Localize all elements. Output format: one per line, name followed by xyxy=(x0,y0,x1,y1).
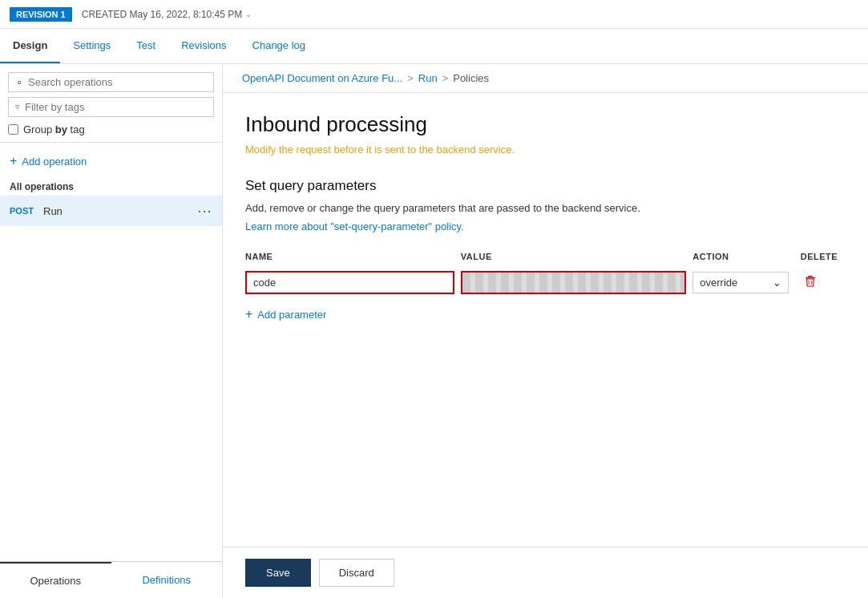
policy-title: Inbound processing xyxy=(245,112,846,137)
filter-input[interactable] xyxy=(25,101,207,113)
action-select-wrapper[interactable]: override ⌄ xyxy=(692,272,789,293)
chevron-down-icon[interactable]: ⌄ xyxy=(245,10,252,18)
revision-created: CREATED May 16, 2022, 8:10:45 PM ⌄ xyxy=(82,9,252,20)
all-operations-label: All operations xyxy=(0,175,222,196)
param-name-cell xyxy=(245,268,461,297)
tab-test[interactable]: Test xyxy=(123,29,168,63)
svg-rect-1 xyxy=(805,277,815,278)
col-header-value: VALUE xyxy=(461,248,693,268)
add-param-plus-icon: + xyxy=(245,307,252,321)
col-header-delete: DELETE xyxy=(801,248,846,268)
breadcrumb-sep-2: > xyxy=(442,72,449,84)
plus-icon: + xyxy=(10,154,17,168)
op-name-run: Run xyxy=(43,205,197,217)
group-by-tag[interactable]: Group by tag xyxy=(8,122,214,137)
section-desc: Add, remove or change the query paramete… xyxy=(245,202,846,214)
breadcrumb-link-run[interactable]: Run xyxy=(418,72,438,84)
param-action-cell: override ⌄ xyxy=(692,268,800,297)
policy-content: Inbound processing Modify the request be… xyxy=(223,93,868,547)
params-table: NAME VALUE ACTION DELETE xyxy=(245,248,846,297)
sidebar: ⚬ ▿ Group by tag + Add operation All ope… xyxy=(0,64,223,598)
param-name-input[interactable] xyxy=(245,271,454,294)
group-by-tag-checkbox[interactable] xyxy=(8,124,18,135)
discard-button[interactable]: Discard xyxy=(319,559,394,587)
search-box[interactable]: ⚬ xyxy=(8,72,214,92)
tab-revisions[interactable]: Revisions xyxy=(168,29,239,63)
sidebar-add: + Add operation xyxy=(0,143,222,175)
param-value-cell xyxy=(461,268,693,297)
nav-tabs: Design Settings Test Revisions Change lo… xyxy=(0,29,868,64)
col-header-name: NAME xyxy=(245,248,461,268)
policy-subtitle: Modify the request before it is sent to … xyxy=(245,143,846,156)
bottom-bar: Save Discard xyxy=(223,547,868,598)
revision-bar: REVISION 1 CREATED May 16, 2022, 8:10:45… xyxy=(0,0,868,29)
breadcrumb: OpenAPI Document on Azure Fu... > Run > … xyxy=(223,64,868,93)
operation-more-icon[interactable]: ⋯ xyxy=(197,202,212,220)
add-operation-button[interactable]: + Add operation xyxy=(10,154,87,168)
footer-tab-operations[interactable]: Operations xyxy=(0,562,111,598)
tab-design[interactable]: Design xyxy=(0,29,60,63)
main-area: ⚬ ▿ Group by tag + Add operation All ope… xyxy=(0,64,868,598)
tab-changelog[interactable]: Change log xyxy=(240,29,319,63)
learn-more-link[interactable]: Learn more about "set-query-parameter" p… xyxy=(245,220,846,232)
col-header-action: ACTION xyxy=(692,248,800,268)
revision-badge: REVISION 1 xyxy=(10,7,72,22)
op-method-post: POST xyxy=(10,206,37,216)
param-delete-cell xyxy=(801,268,846,297)
content-panel: OpenAPI Document on Azure Fu... > Run > … xyxy=(223,64,868,598)
search-icon: ⚬ xyxy=(15,77,23,88)
save-button[interactable]: Save xyxy=(245,559,311,587)
search-input[interactable] xyxy=(28,76,207,88)
filter-box[interactable]: ▿ xyxy=(8,97,214,117)
footer-tab-definitions[interactable]: Definitions xyxy=(111,562,223,598)
filter-icon: ▿ xyxy=(15,102,20,112)
trash-icon xyxy=(804,275,817,288)
breadcrumb-sep-1: > xyxy=(407,72,414,84)
add-parameter-button[interactable]: + Add parameter xyxy=(245,301,326,328)
sidebar-top: ⚬ ▿ Group by tag xyxy=(0,64,222,143)
action-select-chevron: ⌄ xyxy=(773,277,781,289)
delete-param-button[interactable] xyxy=(801,275,820,291)
section-title: Set query parameters xyxy=(245,178,846,194)
group-by-tag-label: Group by tag xyxy=(23,123,85,135)
breadcrumb-link-api[interactable]: OpenAPI Document on Azure Fu... xyxy=(242,72,402,84)
operation-item-run[interactable]: POST Run ⋯ xyxy=(0,196,222,226)
action-select-label: override xyxy=(700,277,737,289)
sidebar-footer: Operations Definitions xyxy=(0,561,222,598)
svg-rect-0 xyxy=(808,276,813,277)
breadcrumb-current: Policies xyxy=(453,72,489,84)
param-value-input[interactable] xyxy=(461,271,687,294)
tab-settings[interactable]: Settings xyxy=(60,29,123,63)
table-row: override ⌄ xyxy=(245,268,846,297)
